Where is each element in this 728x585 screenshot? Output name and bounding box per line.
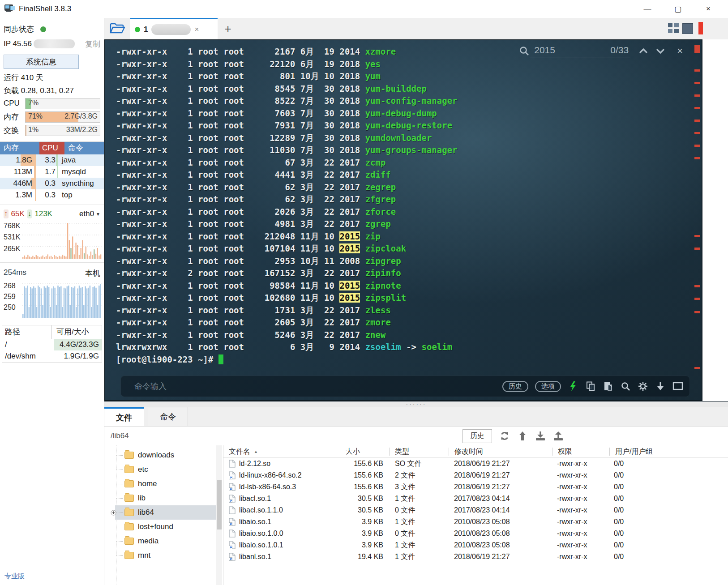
search-close-icon[interactable]: × xyxy=(677,45,683,57)
tree-item-lost+found[interactable]: lost+found xyxy=(104,520,216,534)
terminal-line: -rwxr-xr-x 1 root root 62 3月 22 2017 zfg… xyxy=(116,193,458,206)
search-next-icon[interactable] xyxy=(655,47,665,55)
find-icon[interactable] xyxy=(620,381,631,392)
file-row[interactable]: libanl.so.119.4 KB1 文件2018/06/19 21:27-r… xyxy=(223,551,728,563)
tab-commands[interactable]: 命令 xyxy=(148,407,188,426)
search-prev-icon[interactable] xyxy=(638,47,648,55)
options-button[interactable]: 选项 xyxy=(535,381,561,392)
col-type[interactable]: 类型 xyxy=(389,448,449,456)
upload-icon[interactable] xyxy=(553,431,564,441)
process-mem: 446M xyxy=(0,178,36,189)
process-row[interactable]: 113M1.7mysqld xyxy=(0,166,104,178)
file-row-type: 1 文件 xyxy=(390,552,449,562)
file-row-type: 2 文件 xyxy=(390,471,449,480)
file-row-mtime: 2018/06/19 21:27 xyxy=(449,553,552,561)
connection-manager-button[interactable] xyxy=(104,18,130,39)
parent-directory-icon[interactable] xyxy=(517,431,528,441)
terminal-scrollbar[interactable] xyxy=(694,39,700,401)
file-row[interactable]: libaio.so.1.0.03.9 KB0 文件2010/08/23 05:0… xyxy=(223,528,728,539)
single-layout-icon[interactable] xyxy=(682,23,693,34)
tree-scrollbar-thumb[interactable] xyxy=(217,480,222,529)
col-filename[interactable]: 文件名 ▲ xyxy=(223,448,340,456)
tree-item-lib[interactable]: lib xyxy=(104,491,216,505)
session-tab[interactable]: 1 × xyxy=(130,18,218,39)
copy-icon[interactable] xyxy=(585,381,596,392)
close-button[interactable]: × xyxy=(699,4,717,13)
file-row-name: libaio.so.1.0.0 xyxy=(239,529,283,538)
process-table: 内存 CPU 命令 1.8G3.3java113M1.7mysqld446M0.… xyxy=(0,141,104,201)
file-row[interactable]: libaio.so.13.9 KB1 文件2010/08/23 05:08-rw… xyxy=(223,516,728,528)
disk-col-path[interactable]: 路径 xyxy=(2,325,52,339)
file-row[interactable]: libacl.so.1.1.030.5 KB0 文件2017/08/23 04:… xyxy=(223,504,728,516)
col-perms[interactable]: 权限 xyxy=(552,448,609,456)
download-icon[interactable] xyxy=(535,431,546,441)
file-row-type: 3 文件 xyxy=(390,483,449,492)
disk-row[interactable]: /4.4G/23.3G xyxy=(2,339,102,350)
interface-selector[interactable]: eth0 ▼ xyxy=(79,209,100,218)
file-row-perms: -rwxr-xr-x xyxy=(552,495,608,503)
grid-layout-icon[interactable] xyxy=(668,23,679,33)
tree-item-media[interactable]: media xyxy=(104,534,216,548)
col-owner[interactable]: 用户/用户组 xyxy=(609,448,728,456)
symlink-file-icon xyxy=(229,471,236,479)
tab-files[interactable]: 文件 xyxy=(104,407,144,426)
history-button[interactable]: 历史 xyxy=(502,381,528,392)
tree-item-home[interactable]: home xyxy=(104,477,216,491)
process-cpu: 0.3 xyxy=(36,178,58,189)
file-row-size: 3.9 KB xyxy=(340,529,390,538)
file-row[interactable]: ld-lsb-x86-64.so.3155.6 KB3 文件2018/06/19… xyxy=(223,481,728,493)
system-info-button[interactable]: 系统信息 xyxy=(4,55,79,69)
window-title: FinalShell 3.8.3 xyxy=(19,4,71,13)
fullscreen-icon[interactable] xyxy=(672,381,683,392)
disk-path: /dev/shm xyxy=(2,350,54,362)
tree-item-mnt[interactable]: mnt xyxy=(104,548,216,563)
process-col-cmd[interactable]: 命令 xyxy=(64,142,104,154)
maximize-button[interactable]: ▢ xyxy=(669,4,687,14)
search-input[interactable]: 2015 xyxy=(534,45,610,56)
panel-splitter[interactable]: ······ xyxy=(104,401,728,407)
quick-command-icon[interactable] xyxy=(568,381,578,392)
file-row-type: 0 文件 xyxy=(390,529,449,538)
current-path[interactable]: /lib64 xyxy=(111,431,129,440)
copy-ip-link[interactable]: 复制 xyxy=(85,39,100,49)
session-tab-close-icon[interactable]: × xyxy=(194,25,199,34)
file-row[interactable]: libaio.so.1.0.13.9 KB1 文件2010/08/23 05:0… xyxy=(223,539,728,551)
col-mtime[interactable]: 修改时间 xyxy=(449,448,552,456)
ping-host: 本机 xyxy=(85,268,100,278)
minimize-button[interactable]: — xyxy=(638,4,656,13)
tree-item-downloads[interactable]: downloads xyxy=(104,448,216,462)
terminal[interactable]: -rwxr-xr-x 1 root root 2167 6月 19 2014 x… xyxy=(104,39,702,401)
file-row[interactable]: ld-2.12.so155.6 KBSO 文件2018/06/19 21:27-… xyxy=(223,458,728,470)
process-row[interactable]: 1.8G3.3java xyxy=(0,154,104,166)
tree-item-lib64[interactable]: lib64 xyxy=(104,505,216,520)
refresh-icon[interactable] xyxy=(499,431,510,441)
terminal-line: -rwxr-xr-x 1 root root 2167 6月 19 2014 x… xyxy=(116,46,458,58)
paste-icon[interactable] xyxy=(603,381,613,392)
search-result-marker xyxy=(694,157,700,159)
col-size[interactable]: 大小 xyxy=(340,448,389,456)
process-col-mem[interactable]: 内存 xyxy=(0,142,39,154)
tree-expander-icon[interactable] xyxy=(111,510,116,516)
command-input[interactable]: 命令输入 xyxy=(134,381,167,392)
file-row[interactable]: ld-linux-x86-64.so.2155.6 KB2 文件2018/06/… xyxy=(223,470,728,481)
process-row[interactable]: 1.3M0.3top xyxy=(0,189,104,201)
process-row[interactable]: 446M0.3syncthing xyxy=(0,178,104,189)
file-row[interactable]: libacl.so.130.5 KB1 文件2017/08/23 04:14-r… xyxy=(223,493,728,504)
folder-icon xyxy=(124,480,134,487)
file-row-name: libaio.so.1 xyxy=(239,518,271,526)
tree-item-etc[interactable]: etc xyxy=(104,462,216,477)
disk-col-size[interactable]: 可用/大小 xyxy=(52,325,102,339)
symlink-target: soelim xyxy=(422,342,453,352)
settings-gear-icon[interactable] xyxy=(638,381,648,392)
disk-row[interactable]: /dev/shm1.9G/1.9G xyxy=(2,350,102,362)
tree-scrollbar[interactable] xyxy=(216,445,222,585)
file-row-mtime: 2010/08/23 05:08 xyxy=(449,541,552,549)
terminal-line: -rwxr-xr-x 1 root root 62 3月 22 2017 zeg… xyxy=(116,181,458,194)
process-col-cpu[interactable]: CPU xyxy=(39,142,64,154)
file-row-name: libaio.so.1.0.1 xyxy=(239,541,283,549)
terminal-line: -rwxr-xr-x 1 root root 11030 7月 30 2018 … xyxy=(116,144,458,157)
file-history-button[interactable]: 历史 xyxy=(462,429,492,443)
new-session-button[interactable]: + xyxy=(218,18,238,39)
scroll-bottom-icon[interactable] xyxy=(655,381,666,392)
file-row-owner: 0/0 xyxy=(608,506,728,514)
